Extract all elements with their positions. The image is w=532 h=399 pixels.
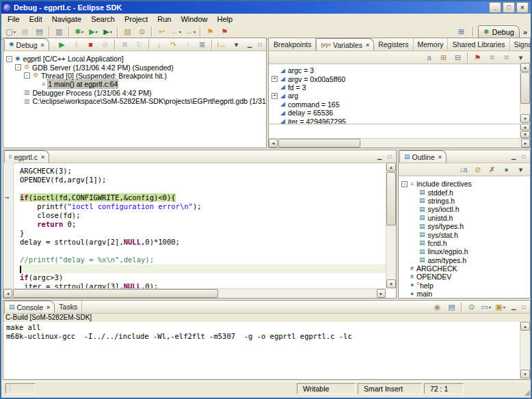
tree-item[interactable]: ●shelp — [399, 281, 530, 290]
tab-tasks[interactable]: Tasks — [55, 301, 82, 313]
collapse-icon[interactable]: - — [24, 72, 30, 79]
dropdown-caret-icon[interactable]: ▾ — [110, 29, 112, 34]
collapse-icon[interactable]: - — [401, 181, 408, 187]
close-tab-icon[interactable]: × — [366, 42, 369, 49]
perspective-debug-button[interactable]: ✱ Debug — [478, 25, 520, 38]
scroll-down-icon[interactable]: ▼ — [520, 370, 530, 379]
tree-item[interactable]: ●main — [399, 290, 530, 298]
tree-item[interactable]: ▤asm/types.h — [399, 256, 530, 264]
tab-breakpoints[interactable]: Breakpoints — [269, 38, 316, 51]
code-editor[interactable]: ARGCHECK(3);OPENDEV(fd,argv[1]);→if(ioct… — [3, 163, 386, 288]
next-annotation-icon[interactable]: ⚑ — [203, 25, 217, 38]
binary-file-icon[interactable]: ▥ — [52, 25, 66, 38]
sort-icon[interactable]: ↓a — [456, 163, 470, 176]
view-menu-icon[interactable]: ▾ — [514, 51, 528, 64]
collapse-all-icon[interactable]: ⊟ — [451, 51, 465, 64]
variables-vertical-scrollbar[interactable]: ▲ ▼ — [520, 63, 530, 123]
scroll-up-icon[interactable]: ▲ — [520, 63, 530, 72]
tab-variables[interactable]: (x)=Variables× — [316, 38, 374, 51]
previous-annotation-icon[interactable]: ⚑ — [217, 25, 232, 38]
tree-item[interactable]: ≡1 main() at egprtl.c:64 — [3, 80, 266, 88]
close-tab-icon[interactable]: × — [438, 154, 442, 161]
resume-icon[interactable]: ▶ — [55, 38, 69, 51]
editor-horizontal-scrollbar[interactable]: ◄ ► — [3, 288, 386, 298]
display-console-icon[interactable]: ▭▾ — [479, 301, 493, 314]
scroll-up-icon[interactable]: ▲ — [520, 322, 530, 331]
last-edit-location-icon[interactable]: ↩ — [155, 25, 169, 38]
close-tab-icon[interactable]: × — [41, 154, 44, 161]
tab-shared-libraries[interactable]: Shared Libraries — [448, 38, 509, 51]
minimize-view-icon[interactable]: ▁ — [509, 153, 518, 161]
minimize-view-icon[interactable]: ▁ — [509, 303, 518, 311]
title-bar[interactable]: Debug - egprtl.c - Eclipse SDK _□× — [1, 1, 531, 14]
tree-item[interactable]: ▤unistd.h — [399, 214, 530, 222]
menu-window[interactable]: Window — [176, 14, 212, 24]
tree-item[interactable]: ▤sys/types.h — [399, 222, 530, 230]
outline-tree[interactable]: -≡include directives▤stddef.h▤strings.h▤… — [399, 176, 530, 303]
tab-memory[interactable]: Memory — [414, 38, 449, 51]
minimize-button[interactable]: _ — [489, 2, 501, 13]
scrollbar-thumb[interactable] — [520, 72, 530, 104]
details-vertical-scrollbar[interactable]: ▲ ▼ — [520, 124, 530, 138]
menu-file[interactable]: File — [3, 14, 25, 24]
console-output[interactable]: make allm68k-uclinux-gcc -I../../include… — [3, 322, 520, 379]
show-type-names-icon[interactable]: a — [422, 51, 436, 64]
expand-icon[interactable]: + — [271, 93, 278, 99]
tree-item[interactable]: ◢argc = 3 — [269, 66, 520, 74]
debug-tree[interactable]: -✱egprtl [C/C++ Local Application]-⚙GDB … — [3, 51, 266, 149]
collapse-icon[interactable]: - — [6, 56, 12, 62]
tree-item[interactable]: ◢command = 165 — [269, 100, 520, 109]
scroll-down-icon[interactable]: ▼ — [520, 131, 530, 138]
scroll-down-icon[interactable]: ▼ — [386, 279, 396, 288]
scroll-down-icon[interactable]: ▼ — [520, 114, 530, 123]
menu-help[interactable]: Help — [213, 14, 238, 24]
maximize-view-icon[interactable]: □ — [520, 153, 528, 161]
maximize-button[interactable]: □ — [503, 2, 515, 13]
tree-item[interactable]: -⚙GDB Server (1/31/06 4:42 PM) (Suspende… — [3, 63, 266, 71]
maximize-view-icon[interactable]: □ — [386, 153, 394, 161]
hide-non-public-icon[interactable]: ● — [499, 163, 514, 176]
debug-icon[interactable]: ✱▾ — [72, 25, 86, 38]
tree-item[interactable]: +◢argv = 0x00a5ff60 — [269, 74, 520, 83]
new-wizard-icon[interactable]: ▢▾ — [3, 25, 18, 38]
scroll-up-icon[interactable]: ▲ — [386, 163, 396, 171]
tab-signals[interactable]: Signals — [510, 38, 532, 51]
print-icon[interactable]: ▤ — [32, 25, 46, 38]
open-console-icon[interactable]: ▣▾ — [493, 301, 507, 314]
editor-vertical-scrollbar[interactable]: ▲ ▼ — [386, 163, 396, 288]
variable-details-pane[interactable] — [269, 124, 520, 139]
tab-console[interactable]: ▤Console× — [4, 301, 55, 313]
menu-run[interactable]: Run — [152, 14, 176, 24]
menu-edit[interactable]: Edit — [25, 14, 47, 24]
scrollbar-thumb[interactable] — [13, 289, 218, 298]
tree-item[interactable]: +◢arg — [269, 92, 520, 100]
variables-tree[interactable]: ◢argc = 3+◢argv = 0x00a5ff60◢fd = 3+◢arg… — [269, 63, 520, 126]
maximize-view-icon[interactable]: □ — [256, 41, 264, 49]
expand-icon[interactable]: + — [271, 76, 278, 82]
pin-console-icon[interactable]: ⊙ — [464, 301, 479, 314]
scroll-left-icon[interactable]: ◄ — [269, 139, 278, 148]
resize-grip-icon[interactable]: ◢ — [524, 388, 530, 397]
minimize-view-icon[interactable]: ▁ — [375, 153, 384, 161]
tree-item[interactable]: ▤stddef.h — [399, 188, 530, 196]
tree-item[interactable]: ▤linux/egpio.h — [399, 247, 530, 256]
run-icon[interactable]: ▶▾ — [86, 25, 101, 38]
scrollbar-thumb[interactable] — [278, 139, 360, 148]
tab-debug[interactable]: ✱Debug× — [4, 38, 49, 51]
close-tab-icon[interactable]: × — [46, 304, 50, 311]
tree-item[interactable]: -≡include directives — [399, 180, 530, 188]
back-icon[interactable]: ←▾ — [169, 25, 183, 38]
dropdown-caret-icon[interactable]: ▾ — [14, 29, 16, 34]
tab-registers[interactable]: Registers — [374, 38, 413, 51]
close-button[interactable]: × — [516, 2, 529, 13]
step-over-icon[interactable]: ↷ — [166, 38, 181, 51]
view-menu-icon[interactable]: ▾ — [514, 163, 528, 176]
tree-item[interactable]: ▥Debugger Process (1/31/06 4:42 PM) — [3, 89, 266, 97]
perspective-more-chevron[interactable]: » — [523, 28, 527, 36]
instruction-stepping-icon[interactable]: ≣ — [195, 38, 209, 51]
tree-item[interactable]: ▤sys/stat.h — [399, 230, 530, 238]
tree-item[interactable]: #ARGCHECK — [399, 264, 530, 273]
collapse-icon[interactable]: - — [15, 64, 21, 70]
terminate-icon[interactable]: ■ — [83, 38, 98, 51]
scroll-up-icon[interactable]: ▲ — [520, 124, 530, 130]
